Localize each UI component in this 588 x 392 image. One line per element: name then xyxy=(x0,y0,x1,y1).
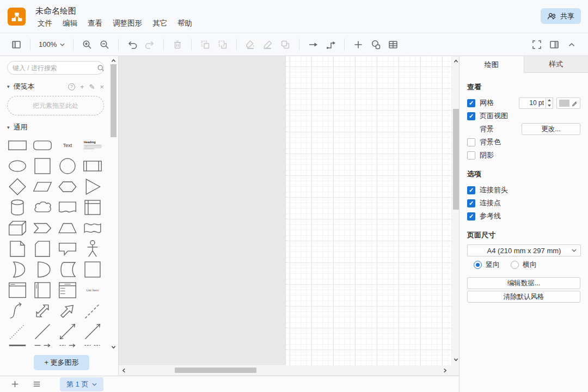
shape-partial-2[interactable] xyxy=(32,342,53,353)
shape-ellipse[interactable] xyxy=(7,156,28,176)
shape-card[interactable] xyxy=(32,238,53,259)
add-page-button[interactable] xyxy=(7,377,23,391)
shape-bidirectional-arrow[interactable] xyxy=(32,301,53,321)
scratchpad-add-icon[interactable]: + xyxy=(80,83,84,91)
connection-arrows-checkbox[interactable]: ✓ xyxy=(467,186,475,194)
shape-link[interactable] xyxy=(7,342,28,353)
shape-list[interactable] xyxy=(57,280,78,301)
shape-or[interactable] xyxy=(7,259,28,280)
shape-directional-connector[interactable] xyxy=(82,321,103,342)
shape-cloud[interactable] xyxy=(32,197,53,218)
shape-callout[interactable] xyxy=(57,238,78,259)
shape-trapezoid[interactable] xyxy=(57,218,78,238)
landscape-option[interactable]: 横向 xyxy=(511,260,537,270)
undo-button[interactable] xyxy=(124,37,140,52)
grid-size-input[interactable] xyxy=(519,97,546,109)
edit-data-button[interactable]: 编辑数据... xyxy=(467,277,580,289)
menu-其它[interactable]: 其它 xyxy=(152,17,168,29)
insert-shape-button[interactable] xyxy=(367,37,384,52)
shape-square[interactable] xyxy=(32,156,53,176)
portrait-radio[interactable] xyxy=(474,261,482,269)
zoom-dropdown[interactable]: 100% xyxy=(35,40,68,48)
canvas-hscrollbar-thumb[interactable] xyxy=(175,367,256,373)
shape-and[interactable] xyxy=(32,259,53,280)
shape-cube[interactable] xyxy=(7,218,28,238)
shape-document[interactable] xyxy=(57,197,78,218)
shape-hexagon[interactable] xyxy=(57,176,78,197)
shape-circle[interactable] xyxy=(57,156,78,176)
tab-style[interactable]: 样式 xyxy=(524,56,588,73)
collapse-toolbar-button[interactable] xyxy=(564,37,580,52)
grid-color-button[interactable] xyxy=(556,97,580,109)
change-background-button[interactable]: 更改... xyxy=(522,123,580,135)
canvas-horizontal-scrollbar[interactable] xyxy=(119,365,451,375)
shape-actor[interactable] xyxy=(82,238,103,259)
canvas-vertical-scrollbar[interactable] xyxy=(451,56,459,365)
shape-internal-storage[interactable] xyxy=(82,197,103,218)
scratchpad-help-icon[interactable]: ? xyxy=(68,83,75,90)
shape-process[interactable] xyxy=(82,156,103,176)
shape-search-input[interactable] xyxy=(13,64,97,72)
shadow-checkbox[interactable] xyxy=(467,151,475,160)
connection-button[interactable] xyxy=(305,37,321,52)
stepper-up-icon[interactable] xyxy=(546,98,553,103)
shape-rounded-rectangle[interactable] xyxy=(32,135,53,156)
shape-dashed-line[interactable] xyxy=(82,301,103,321)
shape-rectangle[interactable] xyxy=(7,135,28,156)
menu-帮助[interactable]: 帮助 xyxy=(177,17,193,29)
scratchpad-close-icon[interactable]: × xyxy=(100,83,104,91)
connection-points-checkbox[interactable]: ✓ xyxy=(467,199,475,207)
shape-tape[interactable] xyxy=(82,218,103,238)
shape-triangle[interactable] xyxy=(82,176,103,197)
scroll-right-icon[interactable] xyxy=(441,366,449,374)
scroll-up-icon[interactable] xyxy=(109,57,117,64)
stepper-down-icon[interactable] xyxy=(546,103,553,108)
sidebar-scrollbar[interactable] xyxy=(109,56,117,353)
zoom-in-button[interactable] xyxy=(79,37,95,52)
scroll-up-icon[interactable] xyxy=(452,57,460,65)
page-tab-1[interactable]: 第 1 页 xyxy=(60,377,103,391)
drawing-page[interactable] xyxy=(285,56,451,365)
shape-container[interactable] xyxy=(7,280,28,301)
shape-textbox[interactable]: Heading xyxy=(82,135,103,156)
page-view-checkbox[interactable]: ✓ xyxy=(467,112,475,120)
shape-line[interactable] xyxy=(32,321,53,342)
fullscreen-button[interactable] xyxy=(529,37,545,52)
shape-partial-4[interactable] xyxy=(82,342,103,353)
menu-查看[interactable]: 查看 xyxy=(87,17,103,29)
menu-文件[interactable]: 文件 xyxy=(37,17,53,29)
shape-list-item[interactable]: List Item xyxy=(82,280,103,301)
scroll-down-icon[interactable] xyxy=(109,343,117,351)
grid-size-stepper[interactable] xyxy=(546,97,553,109)
portrait-option[interactable]: 竖向 xyxy=(474,260,500,270)
sidebar-scrollbar-thumb[interactable] xyxy=(111,64,117,137)
insert-table-button[interactable] xyxy=(385,37,401,52)
tab-diagram[interactable]: 绘图 xyxy=(460,56,524,73)
clear-default-style-button[interactable]: 清除默认风格 xyxy=(467,291,580,303)
shape-parallelogram[interactable] xyxy=(32,176,53,197)
shape-bidirectional-connector[interactable] xyxy=(57,321,78,342)
shape-search-box[interactable] xyxy=(7,61,104,75)
shape-diamond[interactable] xyxy=(7,176,28,197)
shape-arrow[interactable] xyxy=(57,301,78,321)
scroll-left-icon[interactable] xyxy=(120,366,127,374)
share-button[interactable]: 共享 xyxy=(541,8,581,24)
format-panel-button[interactable] xyxy=(546,37,562,52)
shape-step[interactable] xyxy=(32,218,53,238)
shape-vertical-container[interactable] xyxy=(32,280,53,301)
shape-curve[interactable] xyxy=(7,301,28,321)
shape-note[interactable] xyxy=(7,238,28,259)
landscape-radio[interactable] xyxy=(511,261,519,269)
document-title[interactable]: 未命名绘图 xyxy=(35,6,76,16)
menu-编辑[interactable]: 编辑 xyxy=(62,17,78,29)
insert-button[interactable] xyxy=(350,37,366,52)
grid-checkbox[interactable]: ✓ xyxy=(467,99,475,107)
scratchpad-edit-icon[interactable]: ✎ xyxy=(89,83,95,91)
shape-dotted-line[interactable] xyxy=(7,321,28,342)
drawing-canvas[interactable] xyxy=(118,56,459,376)
zoom-out-button[interactable] xyxy=(96,37,113,52)
paper-size-select[interactable]: A4 (210 mm x 297 mm) xyxy=(467,244,581,256)
scratchpad-section-header[interactable]: ▾ 便笺本 ? + ✎ × xyxy=(7,82,104,91)
scratchpad-drop-area[interactable]: 把元素拖至此处 xyxy=(7,96,104,115)
shape-cylinder[interactable] xyxy=(7,197,28,218)
